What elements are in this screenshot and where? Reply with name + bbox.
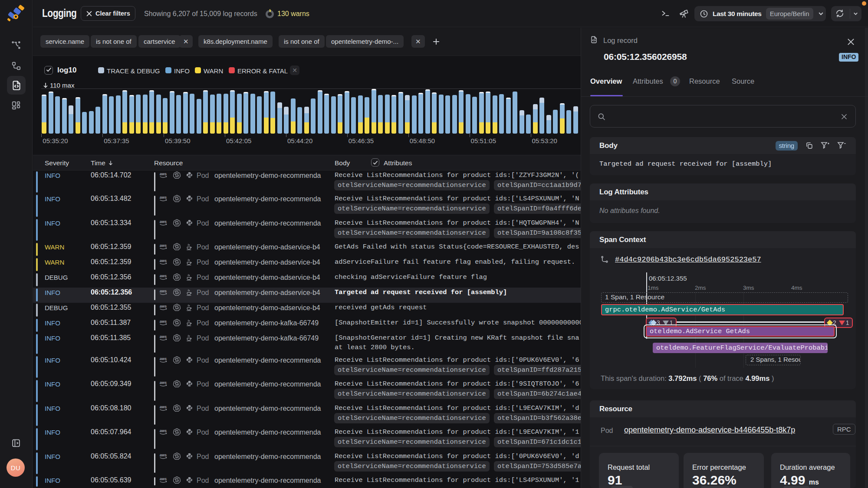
svg-text:aws: aws [160, 304, 167, 308]
svg-text:aws: aws [160, 259, 167, 263]
svg-text:aws: aws [160, 274, 167, 278]
svg-text:aws: aws [160, 243, 167, 248]
svg-text:aws: aws [160, 219, 167, 224]
svg-text:aws: aws [160, 477, 167, 481]
svg-text:aws: aws [160, 334, 167, 339]
svg-text:aws: aws [160, 172, 167, 177]
svg-text:aws: aws [160, 429, 167, 433]
svg-text:aws: aws [160, 289, 167, 293]
svg-text:aws: aws [160, 453, 167, 457]
svg-text:aws: aws [160, 357, 167, 361]
svg-text:aws: aws [160, 405, 167, 409]
svg-text:aws: aws [160, 319, 167, 324]
svg-text:aws: aws [160, 195, 167, 200]
svg-text:aws: aws [160, 381, 167, 385]
